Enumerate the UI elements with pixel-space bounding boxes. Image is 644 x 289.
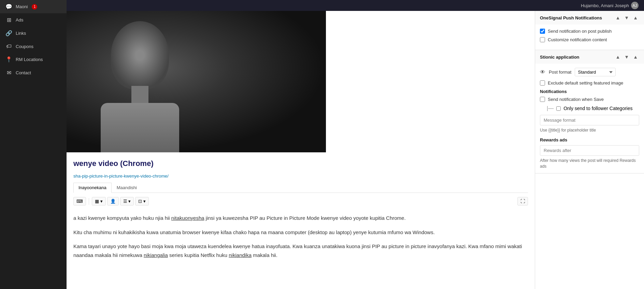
onesignal-controls: ▲ ▼ ▲ [614,14,639,21]
sidebar-label-contact: Contact [16,70,31,75]
rewards-after-input[interactable] [540,145,639,156]
coupons-icon: 🏷 [5,43,12,49]
toolbar-keyboard-btn[interactable]: ⌨ [73,197,86,206]
underline-word-3: nikiandika [229,252,252,258]
avatar: AJ [631,2,639,9]
stionic-up-btn[interactable]: ▲ [614,54,621,60]
person-body [101,103,179,152]
user-info: Hujambo, Amani Joseph AJ [581,2,639,9]
content-para-1: a kazi kwenye kompyuta yako huku njia hi… [73,214,528,223]
sidebar-label-coupons: Coupons [16,44,33,49]
stionic-body: 👁 Post format Standard Aside Image Video… [535,64,644,173]
post-title-input[interactable] [73,158,528,169]
onesignal-down-btn[interactable]: ▼ [623,14,630,21]
rewards-hint: After how many views the post will requi… [540,158,639,169]
send-when-save-label[interactable]: Send notification when Save [548,97,604,102]
sidebar-label-ads: Ads [16,17,23,22]
only-follower-checkbox[interactable] [556,106,561,111]
post-content: a kazi kwenye kompyuta yako huku njia hi… [67,210,535,269]
location-icon: 📍 [5,56,12,63]
video-person [67,11,326,152]
underline-word-1: nitakuonyesha [171,215,204,221]
onesignal-body: Send notification on post publish Custom… [535,25,644,50]
sidebar: 💬 Maoni 1 ⊞ Ads 🔗 Links 🏷 Coupons 📍 RM L… [0,0,67,289]
editor-tabs: Inayoonekana Maandishi [73,183,528,193]
onesignal-title: OneSignal Push Notifications [540,15,602,20]
expand-btn[interactable]: ⛶ [517,197,528,206]
customize-checkbox[interactable] [540,37,545,42]
contact-icon: ✉ [5,70,12,76]
onesignal-toggle-btn[interactable]: ▲ [632,14,639,21]
content-wrapper: sha-pip-picture-in-picture-kwenye-video-… [67,11,644,289]
sidebar-item-coupons[interactable]: 🏷 Coupons [0,40,67,53]
stionic-toggle-btn[interactable]: ▲ [632,54,639,60]
stionic-title: Stionic application [540,55,579,60]
only-follower-row: |— Only send to follower Categories [540,105,639,111]
customize-row: Customize notification content [540,37,639,42]
underline-word-2: nikiangalia [144,252,168,258]
main-area: Hujambo, Amani Joseph AJ sha-pip [67,0,644,289]
content-para-3: Kama tayari unayo yote hayo basi moja kw… [73,242,528,259]
toolbar-list-btn[interactable]: ☰ ▾ [120,197,134,206]
exclude-image-label[interactable]: Exclude default setting featured image [548,80,623,86]
stionic-section: Stionic application ▲ ▼ ▲ 👁 Post format … [535,50,644,173]
top-bar: Hujambo, Amani Joseph AJ [67,0,644,11]
rewards-section: Rewards ads After how many views the pos… [540,133,639,169]
onesignal-section: OneSignal Push Notifications ▲ ▼ ▲ Send … [535,11,644,50]
send-on-publish-label[interactable]: Send notification on post publish [548,29,612,34]
sidebar-label-maoni: Maoni [16,4,28,9]
notifications-label: Notifications [540,89,639,94]
message-format-hint: Use {{title}} for placeholder title [540,127,639,133]
toolbar-block-btn[interactable]: ▦ ▾ [92,197,106,206]
message-format-input[interactable] [540,115,639,125]
post-header [67,152,535,172]
toolbar-user-btn[interactable]: 👤 [107,197,119,206]
sidebar-item-contact[interactable]: ✉ Contact [0,66,67,79]
exclude-image-row: Exclude default setting featured image [540,80,639,86]
comment-icon: 💬 [5,3,12,10]
editor-toolbar: ⌨ ▦ ▾ 👤 ☰ ▾ ⊡ ▾ ⛶ [73,196,528,207]
user-greeting: Hujambo, Amani Joseph [581,3,629,8]
stionic-down-btn[interactable]: ▼ [623,54,630,60]
send-on-publish-row: Send notification on post publish [540,29,639,34]
tab-maandishi[interactable]: Maandishi [112,183,142,193]
stionic-header[interactable]: Stionic application ▲ ▼ ▲ [535,50,644,64]
eye-icon: 👁 [540,69,545,75]
sidebar-item-ads[interactable]: ⊞ Ads [0,13,67,27]
post-format-label: Post format [549,70,571,75]
onesignal-up-btn[interactable]: ▲ [614,14,621,21]
rewards-ads-label: Rewards ads [540,137,639,142]
ads-icon: ⊞ [5,17,12,23]
tab-inayoonekana[interactable]: Inayoonekana [73,183,112,193]
sidebar-item-links[interactable]: 🔗 Links [0,27,67,40]
only-follower-label[interactable]: Only send to follower Categories [563,106,632,111]
onesignal-header[interactable]: OneSignal Push Notifications ▲ ▼ ▲ [535,11,644,25]
sidebar-item-maoni[interactable]: 💬 Maoni 1 [0,0,67,13]
post-format-row: 👁 Post format Standard Aside Image Video… [540,68,639,76]
separator-1 [89,198,89,205]
send-when-save-row: Send notification when Save [540,97,639,102]
editor-area: sha-pip-picture-in-picture-kwenye-video-… [67,11,535,289]
post-url[interactable]: sha-pip-picture-in-picture-kwenye-video-… [67,172,535,180]
send-on-publish-checkbox[interactable] [540,29,545,34]
video-placeholder [67,11,326,152]
maoni-badge: 1 [32,4,37,10]
sidebar-label-links: Links [16,31,26,36]
send-when-save-checkbox[interactable] [540,97,545,102]
person-head [111,21,169,89]
links-icon: 🔗 [5,30,12,36]
right-panel: OneSignal Push Notifications ▲ ▼ ▲ Send … [535,11,644,289]
indent-dash: |— [547,105,554,111]
sidebar-label-rm-locations: RM Locations [16,57,43,62]
customize-label[interactable]: Customize notification content [548,37,607,42]
sidebar-item-rm-locations[interactable]: 📍 RM Locations [0,53,67,66]
post-format-select[interactable]: Standard Aside Image Video Quote Link Ga… [575,68,616,76]
editor-toolbar-area: Inayoonekana Maandishi ⌨ ▦ ▾ 👤 ☰ ▾ ⊡ ▾ ⛶ [67,180,535,210]
video-overlay [67,11,326,152]
content-para-2: Kitu cha muhimu ni kuhakikisha kuwa unat… [73,228,528,237]
exclude-image-checkbox[interactable] [540,80,545,86]
stionic-controls: ▲ ▼ ▲ [614,54,639,60]
toolbar-widget-btn[interactable]: ⊡ ▾ [135,197,149,206]
